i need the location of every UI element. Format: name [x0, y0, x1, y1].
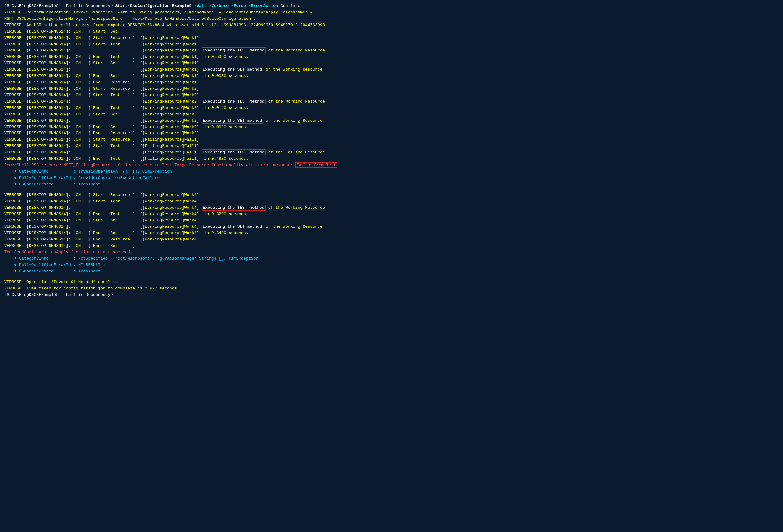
terminal-error-line2: The SendConfigurationApply function did …	[4, 249, 779, 256]
terminal-line: VERBOSE: [DESKTOP-6NN8614]: [[WorkingRes…	[4, 205, 779, 211]
terminal-line: VERBOSE: [DESKTOP-6NN8614]: LCM: [ Start…	[4, 41, 779, 48]
terminal-line: VERBOSE: [DESKTOP-6NN8614]: LCM: [ End R…	[4, 130, 779, 137]
terminal-error-detail: + PSComputerName : localhost	[4, 181, 779, 188]
terminal-line: VERBOSE: Time taken for configuration jo…	[4, 285, 779, 292]
terminal-line: VERBOSE: [DESKTOP-6NN8614]: LCM: [ End S…	[4, 230, 779, 237]
terminal-window: PS C:\BlogDSC\Example5 - Fail in Depende…	[4, 3, 779, 298]
terminal-line: VERBOSE: [DESKTOP-6NN8614]: LCM: [ Start…	[4, 192, 779, 198]
terminal-line: VERBOSE: [DESKTOP-6NN8614]: [[WorkingRes…	[4, 118, 779, 124]
terminal-line: VERBOSE: [DESKTOP-6NN8614]: LCM: [ End T…	[4, 211, 779, 218]
terminal-line: VERBOSE: [DESKTOP-6NN8614]: LCM: [ Start…	[4, 92, 779, 99]
terminal-line: VERBOSE: [DESKTOP-6NN8614]: LCM: [ Start…	[4, 198, 779, 205]
terminal-line: VERBOSE: An LCM method call arrived from…	[4, 22, 779, 29]
terminal-line: VERBOSE: [DESKTOP-6NN8614]: LCM: [ Start…	[4, 60, 779, 67]
terminal-line: VERBOSE: [DESKTOP-6NN8614]: LCM: [ End S…	[4, 73, 779, 80]
terminal-error-detail2: + CategoryInfo : NotSpecified: (root/Mic…	[4, 256, 779, 262]
blank-line	[4, 188, 779, 192]
terminal-line: VERBOSE: [DESKTOP-6NN8614]: LCM: [ Start…	[4, 137, 779, 143]
terminal-error-detail3: + FullyQualifiedErrorId : MI RESULT 1	[4, 262, 779, 269]
terminal-line: VERBOSE: [DESKTOP-6NN8614]: LCM: [ End S…	[4, 243, 779, 249]
blank-line2	[4, 275, 779, 279]
terminal-error-detail: + FullyQualifiedErrorId : ProviderOperat…	[4, 175, 779, 181]
terminal-line: VERBOSE: [DESKTOP-6NN8614]: LCM: [ End T…	[4, 105, 779, 112]
terminal-line: VERBOSE: [DESKTOP-6NN8614]: LCM: [ Start…	[4, 86, 779, 92]
terminal-error-detail4: + PSComputerName : localhost	[4, 269, 779, 275]
terminal-error-detail: + CategoryInfo : InvalidOperation: (:) […	[4, 168, 779, 175]
terminal-line: VERBOSE: [DESKTOP-6NN8614]: [[WorkingRes…	[4, 67, 779, 73]
terminal-line: VERBOSE: [DESKTOP-6NN8614]: LCM: [ End T…	[4, 156, 779, 162]
terminal-line: VERBOSE: [DESKTOP-6NN8614]: LCM: [ Start…	[4, 112, 779, 118]
terminal-line: VERBOSE: Perform operation 'Invoke CimMe…	[4, 9, 779, 16]
terminal-prompt: PS C:\BlogDSC\Example5 - Fail in Depende…	[4, 292, 779, 298]
terminal-line: VERBOSE: [DESKTOP-6NN8614]: [[WorkingRes…	[4, 99, 779, 105]
terminal-line: VERBOSE: [DESKTOP-6NN8614]: LCM: [ Start…	[4, 217, 779, 224]
terminal-line: VERBOSE: [DESKTOP-6NN8614]: LCM: [ Start…	[4, 35, 779, 41]
terminal-line: VERBOSE: [DESKTOP-6NN8614]: LCM: [ End T…	[4, 54, 779, 60]
terminal-line: VERBOSE: [DESKTOP-6NN8614]: [[WorkingRes…	[4, 224, 779, 230]
terminal-line: VERBOSE: [DESKTOP-6NN8614]: LCM: [ Start…	[4, 29, 779, 35]
terminal-line: VERBOSE: [DESKTOP-6NN8614]: [[WorkingRes…	[4, 48, 779, 54]
terminal-line: VERBOSE: [DESKTOP-6NN8614]: LCM: [ End R…	[4, 80, 779, 86]
terminal-error-line: PowerShell DSC resource MSFT_FailingReso…	[4, 162, 779, 168]
terminal-line: VERBOSE: [DESKTOP-6NN8614]: LCM: [ End R…	[4, 237, 779, 243]
terminal-line: VERBOSE: [DESKTOP-6NN8614]: LCM: [ Start…	[4, 143, 779, 150]
terminal-line: VERBOSE: Operation 'Invoke CimMethod' co…	[4, 279, 779, 285]
terminal-line: PS C:\BlogDSC\Example5 - Fail in Depende…	[4, 3, 779, 9]
terminal-line: VERBOSE: [DESKTOP-6NN8614]: [[FailingRes…	[4, 150, 779, 156]
terminal-line: VERBOSE: [DESKTOP-6NN8614]: LCM: [ End S…	[4, 124, 779, 131]
terminal-line: MSFT_DSCLocalConfigurationManager,'names…	[4, 16, 779, 22]
